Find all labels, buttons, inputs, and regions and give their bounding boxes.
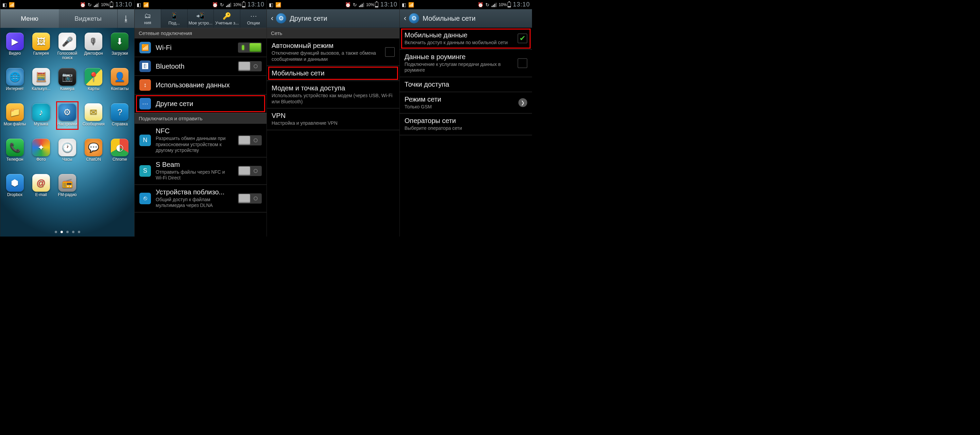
settings-tab-3[interactable]: 🔑Учетные з... — [214, 9, 240, 28]
setting-item[interactable]: Модем и точка доступаИспользовать устрой… — [267, 81, 399, 108]
app-калькул-[interactable]: 🧮Калькул... — [28, 67, 54, 101]
item-title: Использование данных — [156, 81, 262, 89]
setting-item[interactable]: Режим сетиТолько GSM❯ — [400, 92, 532, 114]
app-icon: ? — [111, 103, 129, 121]
app-загрузки[interactable]: ⬇Загрузки — [107, 31, 133, 65]
status-bar: ◧ 📶 ⏰ ↻ 10% 13:10 — [267, 0, 399, 9]
app-галерея[interactable]: 🖼Галерея — [28, 31, 54, 65]
app-icon: 👤 — [111, 68, 129, 86]
app-фото[interactable]: ✦Фото — [28, 137, 54, 171]
chevron-right-icon: ❯ — [519, 98, 527, 107]
toggle-switch[interactable] — [238, 166, 262, 176]
app-голосовой-поиск[interactable]: 🎤Голосовой поиск — [54, 31, 80, 65]
app-fm-радио[interactable]: 📻FM-радио — [54, 173, 80, 206]
app-настройки[interactable]: ⚙Настройки — [54, 102, 80, 136]
app-видео[interactable]: ▶Видео — [2, 31, 28, 65]
sbeam-icon: S — [139, 165, 151, 177]
item-subtitle: Выберите оператора сети — [404, 125, 527, 132]
setting-item[interactable]: ⎋Устройства поблизо...Общий доступ к фай… — [135, 185, 267, 213]
app-карты[interactable]: 📍Карты — [81, 67, 107, 101]
app-chaton[interactable]: 💬ChatON — [81, 137, 107, 171]
checkbox[interactable] — [385, 47, 395, 57]
settings-tab-0[interactable]: 🗂ния — [135, 9, 161, 28]
settings-gear-icon: ⚙ — [276, 13, 286, 24]
setting-item[interactable]: NNFCРазрешить обмен данными при прикосно… — [135, 124, 267, 157]
setting-item[interactable]: Данные в роумингеПодключение к услугам п… — [400, 49, 532, 77]
bt-icon: 🅱 — [139, 60, 151, 72]
section-connect-send: Подключиться и отправить — [135, 113, 267, 124]
app-диктофон[interactable]: 🎙Диктофон — [81, 31, 107, 65]
tab-widgets[interactable]: Виджеты — [59, 9, 117, 28]
app-icon: 📞 — [6, 139, 24, 156]
toggle-switch[interactable] — [238, 61, 262, 71]
app-label: Музыка — [34, 122, 48, 126]
item-title: Автономный режим — [272, 42, 380, 49]
item-title: Операторы сети — [404, 117, 527, 125]
page-title: Другие сети — [290, 14, 327, 22]
app-мои-файлы[interactable]: 📁Мои файлы — [2, 102, 28, 136]
settings-tab-2[interactable]: 📲Мое устро... — [188, 9, 214, 28]
tab-icon: 📲 — [196, 12, 205, 20]
app-label: Камера — [60, 87, 75, 91]
setting-item[interactable]: Операторы сетиВыберите оператора сети — [400, 114, 532, 135]
tab-label: Под... — [169, 21, 180, 25]
back-button[interactable]: ‹ — [271, 14, 273, 23]
app-chrome[interactable]: ◐Chrome — [107, 137, 133, 171]
toggle-switch[interactable] — [238, 43, 262, 53]
app-icon: 🎙 — [84, 33, 102, 50]
app-label: Мои файлы — [4, 122, 26, 126]
app-icon: ◐ — [111, 139, 129, 156]
settings-tab-1[interactable]: 📱Под... — [161, 9, 188, 28]
tab-menu[interactable]: Меню — [0, 9, 59, 28]
clock: 13:10 — [115, 1, 132, 8]
settings-tab-4[interactable]: ⋯Опции — [240, 9, 267, 28]
app-label: ChatON — [86, 157, 101, 162]
setting-item[interactable]: 📶Wi-Fi — [135, 38, 267, 57]
app-label: Сообщения — [83, 122, 105, 126]
item-title: VPN — [272, 112, 395, 120]
checkbox[interactable]: ✔ — [518, 33, 527, 43]
app-icon: ✦ — [32, 139, 50, 156]
back-button[interactable]: ‹ — [404, 14, 406, 23]
item-title: Модем и точка доступа — [272, 84, 395, 92]
app-dropbox[interactable]: ⬢Dropbox — [2, 173, 28, 206]
app-label: E-mail — [35, 193, 47, 197]
item-title: Wi-Fi — [156, 44, 233, 52]
toggle-switch[interactable] — [238, 194, 262, 203]
app-icon: 🌐 — [6, 68, 24, 86]
setting-item[interactable]: VPNНастройка и управление VPN — [267, 108, 399, 130]
near-icon: ⎋ — [139, 193, 151, 204]
battery-indicator: 10% — [233, 2, 245, 8]
page-indicator[interactable] — [0, 231, 134, 233]
app-icon: ✉ — [84, 103, 102, 121]
header-other-networks: ‹ ⚙ Другие сети — [267, 9, 399, 28]
download-button[interactable]: ⭳ — [117, 9, 134, 28]
app-камера[interactable]: 📷Камера — [54, 67, 80, 101]
app-сообщения[interactable]: ✉Сообщения — [81, 102, 107, 136]
app-телефон[interactable]: 📞Телефон — [2, 137, 28, 171]
app-icon: ⬇ — [111, 33, 129, 50]
checkbox[interactable] — [518, 59, 527, 68]
setting-item[interactable]: Точки доступа — [400, 77, 532, 92]
wifi-icon: 📶 — [275, 2, 281, 8]
app-label: Галерея — [33, 51, 49, 56]
item-subtitle: Разрешить обмен данными при прикосновени… — [156, 136, 233, 154]
app-музыка[interactable]: ♪Музыка — [28, 102, 54, 136]
status-bar: ◧ 📶 ⏰ ↻ 10% 13:10 — [400, 0, 532, 9]
setting-item[interactable]: Мобильные данныеВключить доступ к данным… — [400, 28, 532, 49]
app-контакты[interactable]: 👤Контакты — [107, 67, 133, 101]
app-интернет[interactable]: 🌐Интернет — [2, 67, 28, 101]
app-e-mail[interactable]: @E-mail — [28, 173, 54, 206]
app-справка[interactable]: ?Справка — [107, 102, 133, 136]
setting-item[interactable]: ⋯Другие сети — [135, 94, 267, 113]
app-часы[interactable]: 🕐Часы — [54, 137, 80, 171]
setting-item[interactable]: ↕Использование данных — [135, 76, 267, 94]
setting-item[interactable]: 🅱Bluetooth — [135, 57, 267, 76]
status-bar: ◧ 📶 ⏰ ↻ 10% 13:10 — [0, 0, 134, 9]
toggle-switch[interactable] — [238, 135, 262, 146]
setting-item[interactable]: Мобильные сети — [267, 66, 399, 81]
setting-item[interactable]: SS BeamОтправить файлы через NFC и Wi-Fi… — [135, 157, 267, 185]
app-icon: ♪ — [32, 103, 50, 121]
setting-item[interactable]: Автономный режимОтключение функций вызов… — [267, 38, 399, 66]
app-icon: ⚙ — [59, 103, 76, 121]
